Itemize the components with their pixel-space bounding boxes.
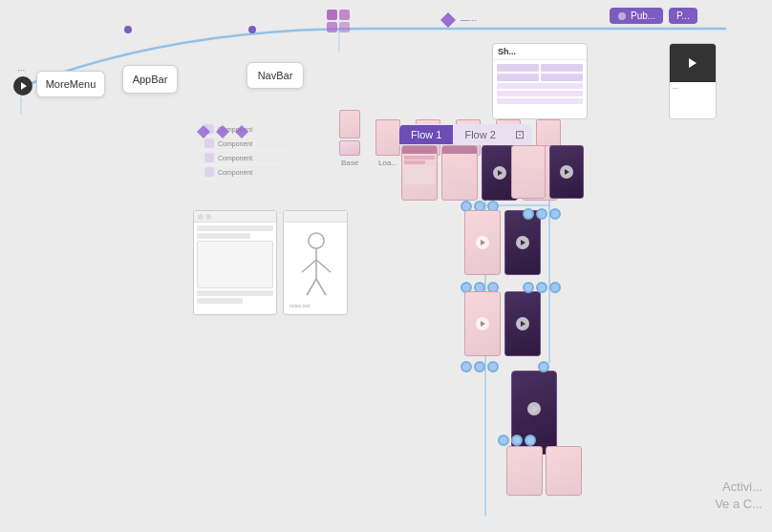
sh-card[interactable]: Sh... <box>492 43 588 119</box>
navbar-label: NavBar <box>258 70 293 81</box>
wf-line-4 <box>197 298 243 304</box>
play-button-2[interactable] <box>560 165 573 179</box>
activity-line2: Ve a C... <box>715 496 762 513</box>
wireframe-right[interactable]: notes text <box>283 210 348 315</box>
conn-dot-9 <box>549 208 561 220</box>
base-thumb-1 <box>339 110 360 138</box>
right-panel-card[interactable]: ··· <box>669 43 717 119</box>
screen-v1-2[interactable] <box>549 145 584 199</box>
conn-dot-10 <box>461 361 472 372</box>
play-tri-6 <box>521 321 525 327</box>
conn-dot-8 <box>536 208 547 220</box>
wfr-body: notes text <box>284 223 347 320</box>
play-triangle <box>498 170 503 176</box>
play-tri-3 <box>481 240 485 245</box>
screen-v1-1[interactable] <box>511 145 546 199</box>
conn-dot-19 <box>538 361 549 372</box>
play-button-1[interactable] <box>493 166 506 180</box>
side-icon-2 <box>204 138 214 148</box>
wf-line-2 <box>197 233 250 239</box>
diamond-icon-2 <box>196 124 211 139</box>
screen-r2-1[interactable] <box>464 210 501 275</box>
pub-icon <box>617 11 627 21</box>
strip-base[interactable]: Base <box>339 110 360 167</box>
character-sketch: notes text <box>288 226 345 312</box>
s-line <box>404 156 435 160</box>
strip-loa[interactable]: Loa... <box>375 119 400 167</box>
right-panel-dark <box>670 44 716 82</box>
svg-rect-6 <box>339 10 350 20</box>
wf-line-3 <box>197 290 273 296</box>
screen-header <box>402 146 437 154</box>
p-card[interactable]: P... <box>669 8 697 24</box>
conn-dot-18 <box>525 435 536 446</box>
conn-dot-17 <box>511 435 523 446</box>
conn-dot-12 <box>487 361 499 372</box>
screen-header-2 <box>442 146 477 154</box>
wireframe-left[interactable] <box>193 210 277 315</box>
screen-bottom-row <box>506 446 582 496</box>
play-node[interactable] <box>13 76 32 96</box>
screen-pink-2[interactable] <box>441 145 478 201</box>
play-tri-2 <box>565 169 569 175</box>
conn-dot-14 <box>536 282 547 293</box>
play-button-tall[interactable] <box>527 402 541 415</box>
s-line <box>404 160 425 164</box>
conn-dot-7 <box>523 208 534 220</box>
flow-tab-2[interactable]: Flow 2 <box>453 125 506 144</box>
diamond-icon-3 <box>215 124 230 139</box>
svg-marker-18 <box>197 125 210 138</box>
flow-tab-1[interactable]: Flow 1 <box>399 125 453 144</box>
svg-point-10 <box>618 12 626 20</box>
w-dot-2 <box>205 214 211 220</box>
wfr-header <box>284 211 347 223</box>
wf-screen <box>197 241 273 288</box>
flow-tab-expand-icon[interactable]: ⊡ <box>507 124 532 145</box>
conn-dot-16 <box>498 435 509 446</box>
pub-banner[interactable]: Pub... <box>610 8 663 24</box>
s-img <box>404 165 435 184</box>
sh-card-content <box>493 60 587 108</box>
appbar-label: AppBar <box>133 74 168 85</box>
svg-rect-8 <box>339 22 350 32</box>
screen-content <box>402 154 437 186</box>
more-menu-card[interactable]: MoreMenu <box>36 71 105 97</box>
svg-line-16 <box>316 279 326 295</box>
svg-line-13 <box>302 260 316 272</box>
navbar-card[interactable]: NavBar <box>247 62 304 89</box>
canvas: ··· MoreMenu AppBar NavBar —··· Sh... <box>0 0 772 532</box>
screen-pink-1[interactable] <box>401 145 438 201</box>
diamond-icon-1 <box>440 11 457 29</box>
side-item-3[interactable]: Component <box>201 151 287 165</box>
side-icon-3 <box>204 153 214 162</box>
base-thumbs <box>339 110 360 156</box>
svg-point-11 <box>309 233 324 248</box>
top-label-1: —··· <box>461 15 477 25</box>
side-item-4[interactable]: Component <box>201 165 287 180</box>
appbar-card[interactable]: AppBar <box>122 65 178 94</box>
side-item-label-2: Component <box>218 140 252 147</box>
play-button-5[interactable] <box>476 317 489 330</box>
activity-area: Activi... Ve a C... <box>715 479 762 513</box>
screen-col-right <box>511 145 584 199</box>
more-menu-label: MoreMenu <box>46 78 96 90</box>
top-icons-area: —··· <box>440 11 477 29</box>
screen-r3-2[interactable] <box>504 291 541 356</box>
screen-r2-2[interactable] <box>504 210 541 275</box>
wf-line-1 <box>197 225 273 231</box>
screen-bottom-2[interactable] <box>546 446 582 496</box>
play-button-4[interactable] <box>516 236 529 249</box>
side-icon-4 <box>204 167 214 177</box>
screen-r3-1[interactable] <box>464 291 501 356</box>
icon-grid[interactable] <box>325 8 352 34</box>
sh-card-title: Sh... <box>493 44 587 60</box>
screen-bottom-1[interactable] <box>506 446 543 496</box>
diamond-icon-4 <box>234 124 249 139</box>
flow-tabs[interactable]: Flow 1 Flow 2 ⊡ <box>399 124 532 145</box>
p-label: P... <box>676 11 690 21</box>
play-button-6[interactable] <box>516 317 529 330</box>
side-item-label-4: Component <box>218 169 252 176</box>
flow-curve-svg <box>0 0 772 532</box>
play-button-3[interactable] <box>476 236 489 249</box>
flow-dot-2 <box>248 26 256 33</box>
